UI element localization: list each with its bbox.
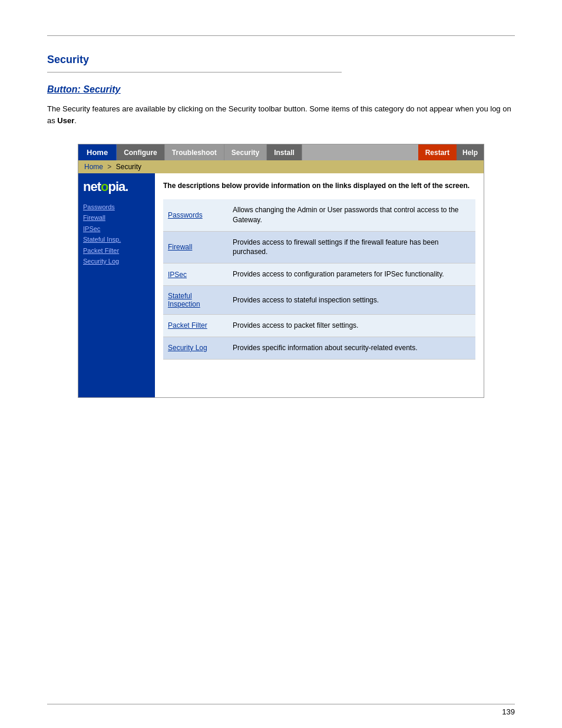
main-content: The descriptions below provide informati… [155, 173, 484, 397]
intro-text-part2: . [74, 116, 77, 125]
top-rule [47, 35, 515, 36]
page-number: 139 [502, 707, 515, 716]
table-row: IPSecProvides access to configuration pa… [163, 263, 475, 286]
breadcrumb-bar: Home > Security [78, 160, 484, 173]
section-title-block: Security [47, 54, 342, 73]
sidebar-item-stateful-insp[interactable]: Stateful Insp. [83, 235, 150, 244]
toolbar-spacer [302, 144, 418, 160]
table-row: Packet FilterProvides access to packet f… [163, 314, 475, 337]
sidebar-item-passwords[interactable]: Passwords [83, 203, 150, 212]
logo-part2: pia [108, 179, 125, 194]
logo-dot: o [101, 179, 108, 194]
router-ui: Home Configure Troubleshoot Security Ins… [78, 144, 484, 398]
toolbar-help-button[interactable]: Help [457, 144, 484, 160]
feature-link-packet-filter[interactable]: Packet Filter [168, 321, 207, 330]
sidebar-item-security-log[interactable]: Security Log [83, 257, 150, 266]
feature-description: Provides specific information about secu… [228, 337, 475, 359]
feature-link-passwords[interactable]: Passwords [168, 211, 203, 219]
table-row: Stateful InspectionProvides access to st… [163, 285, 475, 314]
table-row: Security LogProvides specific informatio… [163, 337, 475, 359]
sidebar-item-ipsec[interactable]: IPSec [83, 225, 150, 233]
feature-link-security-log[interactable]: Security Log [168, 344, 207, 352]
toolbar-home-button[interactable]: Home [78, 144, 117, 160]
button-heading: Button: Security [47, 84, 515, 95]
feature-description: Provides access to configuration paramet… [228, 263, 475, 286]
ui-content: netopia. Passwords Firewall IPSec Statef… [78, 173, 484, 397]
intro-text: The Security features are available by c… [47, 103, 515, 126]
table-row: FirewallProvides access to firewall sett… [163, 231, 475, 263]
breadcrumb-home-link[interactable]: Home [84, 163, 103, 171]
toolbar-install-button[interactable]: Install [267, 144, 302, 160]
sidebar-item-packet-filter[interactable]: Packet Filter [83, 246, 150, 255]
logo-part1: net [83, 179, 101, 194]
feature-description: Provides access to stateful inspection s… [228, 285, 475, 314]
feature-table: PasswordsAllows changing the Admin or Us… [163, 199, 475, 360]
intro-text-part1: The Security features are available by c… [47, 104, 511, 125]
breadcrumb-current: Security [116, 163, 141, 171]
logo-period: . [125, 179, 128, 194]
sidebar-item-firewall[interactable]: Firewall [83, 213, 150, 222]
toolbar-restart-button[interactable]: Restart [418, 144, 457, 160]
button-heading-link[interactable]: Security [83, 84, 120, 94]
sidebar-logo: netopia. [83, 179, 150, 195]
breadcrumb-separator: > [107, 163, 111, 171]
intro-text-bold: User [57, 116, 74, 125]
feature-link-ipsec[interactable]: IPSec [168, 271, 187, 279]
toolbar-configure-button[interactable]: Configure [117, 144, 165, 160]
toolbar: Home Configure Troubleshoot Security Ins… [78, 144, 484, 160]
feature-link-stateful-inspection[interactable]: Stateful Inspection [168, 292, 200, 308]
sidebar: netopia. Passwords Firewall IPSec Statef… [78, 173, 155, 397]
main-intro-desc: The descriptions below provide informati… [163, 180, 475, 191]
toolbar-troubleshoot-button[interactable]: Troubleshoot [165, 144, 224, 160]
feature-link-firewall[interactable]: Firewall [168, 243, 192, 251]
toolbar-security-button[interactable]: Security [224, 144, 267, 160]
feature-description: Provides access to firewall settings if … [228, 231, 475, 263]
button-heading-prefix: Button: [47, 84, 83, 94]
bottom-rule [47, 704, 515, 704]
feature-description: Provides access to packet filter setting… [228, 314, 475, 337]
section-title: Security [47, 54, 342, 66]
feature-description: Allows changing the Admin or User passwo… [228, 199, 475, 231]
table-row: PasswordsAllows changing the Admin or Us… [163, 199, 475, 231]
